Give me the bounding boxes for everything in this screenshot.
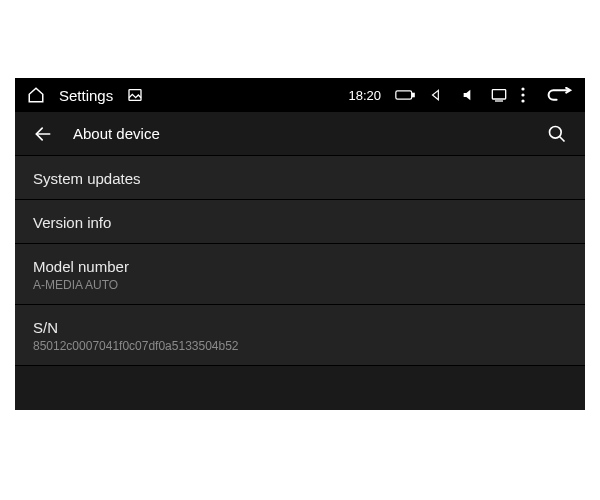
back-triangle-icon[interactable] <box>429 88 443 102</box>
list-item[interactable]: Version info <box>15 200 585 244</box>
svg-rect-1 <box>396 91 412 99</box>
image-icon[interactable] <box>127 87 143 103</box>
svg-line-10 <box>560 136 565 141</box>
svg-point-5 <box>521 87 524 90</box>
cast-icon[interactable] <box>491 88 507 102</box>
more-icon[interactable] <box>521 87 525 103</box>
list-item-sub: A-MEDIA AUTO <box>33 278 567 292</box>
app-name-label: Settings <box>59 87 113 104</box>
settings-list: System updatesVersion infoModel numberA-… <box>15 156 585 366</box>
list-item-title: Version info <box>33 214 567 231</box>
home-icon[interactable] <box>27 86 45 104</box>
status-bar: Settings 18:20 <box>15 78 585 112</box>
return-icon[interactable] <box>545 87 573 103</box>
page-title: About device <box>73 125 547 142</box>
svg-rect-2 <box>413 93 415 96</box>
list-item[interactable]: S/N85012c0007041f0c07df0a5133504b52 <box>15 305 585 366</box>
back-arrow-icon[interactable] <box>33 124 53 144</box>
clock-label: 18:20 <box>348 88 381 103</box>
search-icon[interactable] <box>547 124 567 144</box>
device-screen: Settings 18:20 <box>15 78 585 410</box>
volume-icon[interactable] <box>461 87 477 103</box>
list-item[interactable]: Model numberA-MEDIA AUTO <box>15 244 585 305</box>
list-item-sub: 85012c0007041f0c07df0a5133504b52 <box>33 339 567 353</box>
list-item[interactable]: System updates <box>15 156 585 200</box>
status-center: 18:20 <box>143 88 461 103</box>
status-left: Settings <box>27 86 143 104</box>
list-item-title: S/N <box>33 319 567 336</box>
svg-point-9 <box>550 126 562 138</box>
list-item-title: System updates <box>33 170 567 187</box>
svg-point-7 <box>521 99 524 102</box>
app-bar: About device <box>15 112 585 156</box>
battery-icon <box>395 89 415 101</box>
list-item-title: Model number <box>33 258 567 275</box>
svg-point-6 <box>521 93 524 96</box>
status-right <box>461 87 573 103</box>
svg-rect-3 <box>492 90 505 99</box>
